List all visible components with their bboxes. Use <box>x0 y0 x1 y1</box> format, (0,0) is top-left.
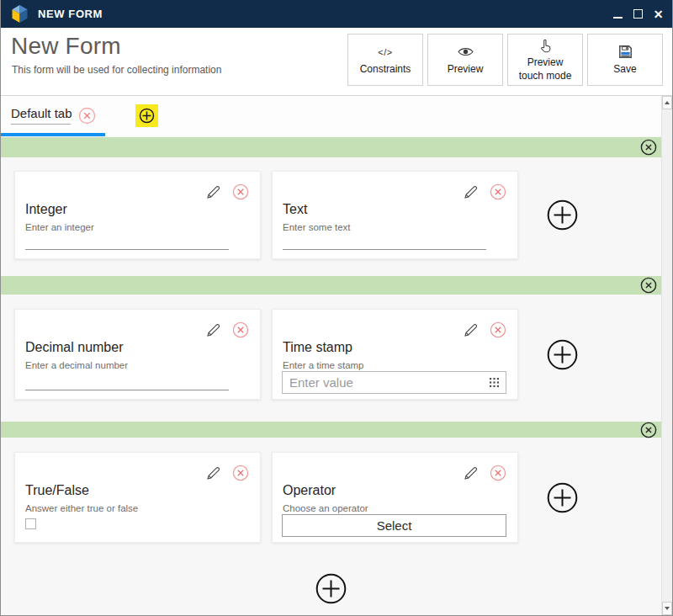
form-section: Decimal numberEnter a decimal numberTime… <box>1 276 661 422</box>
add-section-button[interactable] <box>315 573 347 604</box>
arrow-down-icon <box>665 607 670 610</box>
field-card: True/FalseAnswer either true or false <box>14 452 261 543</box>
edit-field-button[interactable] <box>205 465 221 485</box>
header-actions: </> Constraints Preview Preview touch mo… <box>347 34 663 86</box>
field-description: Enter some text <box>283 222 351 232</box>
vertical-scrollbar[interactable] <box>661 96 672 615</box>
section-body: True/FalseAnswer either true or falseOpe… <box>1 438 661 555</box>
preview-touch-mode-label: Preview touch mode <box>519 56 572 82</box>
touch-icon <box>539 38 552 53</box>
field-card: Decimal numberEnter a decimal number <box>14 309 261 400</box>
window-controls: ✕ <box>612 8 665 21</box>
field-title: Text <box>283 202 307 217</box>
add-tab-button[interactable] <box>135 104 158 127</box>
preview-touch-mode-button[interactable]: Preview touch mode <box>507 34 583 86</box>
underline-input[interactable] <box>25 249 229 250</box>
field-description: Enter an integer <box>25 222 94 232</box>
close-button[interactable]: ✕ <box>652 8 665 21</box>
section-body: Decimal numberEnter a decimal numberTime… <box>1 295 661 422</box>
field-description: Choose an operator <box>283 503 368 513</box>
plus-icon <box>139 108 155 124</box>
delete-field-button[interactable] <box>490 183 506 204</box>
field-card-actions <box>463 183 506 204</box>
section-header-bar <box>1 422 661 438</box>
field-card-actions <box>463 465 506 485</box>
field-title: Decimal number <box>25 340 123 355</box>
field-title: Integer <box>25 202 67 217</box>
page-title: New Form <box>11 33 121 60</box>
edit-field-button[interactable] <box>463 465 479 485</box>
select-button-label: Select <box>377 518 412 533</box>
field-card-actions <box>463 321 506 342</box>
field-card-actions <box>205 321 249 342</box>
eye-icon <box>458 45 474 60</box>
field-card: TextEnter some text <box>272 171 518 259</box>
field-title: True/False <box>25 483 89 498</box>
arrow-up-icon <box>665 101 670 104</box>
app-window: NEW FORM ✕ New Form This form will be us… <box>0 0 673 616</box>
delete-tab-button[interactable] <box>78 107 96 125</box>
delete-field-button[interactable] <box>232 321 249 342</box>
underline-input[interactable] <box>25 390 229 390</box>
preview-label: Preview <box>448 62 484 76</box>
constraints-label: Constraints <box>360 62 411 76</box>
delete-section-button[interactable] <box>640 422 657 438</box>
delete-field-button[interactable] <box>232 183 249 204</box>
add-field-button[interactable] <box>547 339 578 370</box>
tab-content: IntegerEnter an integerTextEnter some te… <box>1 136 661 615</box>
form-section: True/FalseAnswer either true or falseOpe… <box>1 422 661 555</box>
underline-input[interactable] <box>283 249 486 250</box>
add-field-button[interactable] <box>547 482 578 513</box>
input-placeholder: Enter value <box>289 375 353 390</box>
delete-section-button[interactable] <box>640 277 657 294</box>
checkbox[interactable] <box>25 518 36 529</box>
grid-icon <box>490 378 499 387</box>
edit-field-button[interactable] <box>205 184 221 204</box>
delete-field-button[interactable] <box>232 465 249 485</box>
app-logo-icon <box>11 4 29 24</box>
tab-label-underline <box>11 124 71 125</box>
constraints-button[interactable]: </> Constraints <box>347 34 423 86</box>
field-card: Time stampEnter a time stampEnter value <box>272 309 518 400</box>
tab-label: Default tab <box>11 106 72 120</box>
field-card: OperatorChoose an operatorSelect <box>272 452 518 543</box>
field-title: Operator <box>283 483 336 498</box>
form-header: New Form This form will be used for coll… <box>1 28 672 96</box>
window-title: NEW FORM <box>38 8 103 20</box>
field-card-actions <box>205 465 249 485</box>
edit-field-button[interactable] <box>463 322 479 342</box>
form-section: IntegerEnter an integerTextEnter some te… <box>1 137 661 276</box>
page-subtitle: This form will be used for collecting in… <box>12 64 221 76</box>
delete-field-button[interactable] <box>490 321 506 342</box>
edit-field-button[interactable] <box>205 322 221 342</box>
section-body: IntegerEnter an integerTextEnter some te… <box>1 157 661 276</box>
save-label: Save <box>613 62 636 76</box>
delete-section-button[interactable] <box>640 139 657 156</box>
field-card-actions <box>205 183 249 204</box>
field-description: Enter a time stamp <box>283 360 364 370</box>
field-card: IntegerEnter an integer <box>14 171 261 259</box>
delete-field-button[interactable] <box>490 465 506 485</box>
save-button[interactable]: Save <box>587 34 663 86</box>
value-input[interactable]: Enter value <box>282 371 506 394</box>
save-icon <box>618 45 633 60</box>
edit-field-button[interactable] <box>463 184 479 204</box>
code-icon: </> <box>378 45 392 59</box>
add-field-button[interactable] <box>547 199 578 231</box>
titlebar: NEW FORM ✕ <box>1 0 672 28</box>
select-button[interactable]: Select <box>282 514 506 537</box>
field-description: Enter a decimal number <box>25 360 128 370</box>
tabstrip: Default tab <box>1 96 661 136</box>
maximize-button[interactable] <box>632 8 644 21</box>
scroll-up-button[interactable] <box>662 96 672 109</box>
tab-default-tab[interactable]: Default tab <box>1 96 105 136</box>
field-title: Time stamp <box>283 340 352 355</box>
field-description: Answer either true or false <box>25 503 138 513</box>
preview-button[interactable]: Preview <box>427 34 503 86</box>
section-header-bar <box>1 276 661 295</box>
minimize-button[interactable] <box>612 8 624 21</box>
scroll-down-button[interactable] <box>662 602 672 615</box>
section-header-bar <box>1 137 661 157</box>
